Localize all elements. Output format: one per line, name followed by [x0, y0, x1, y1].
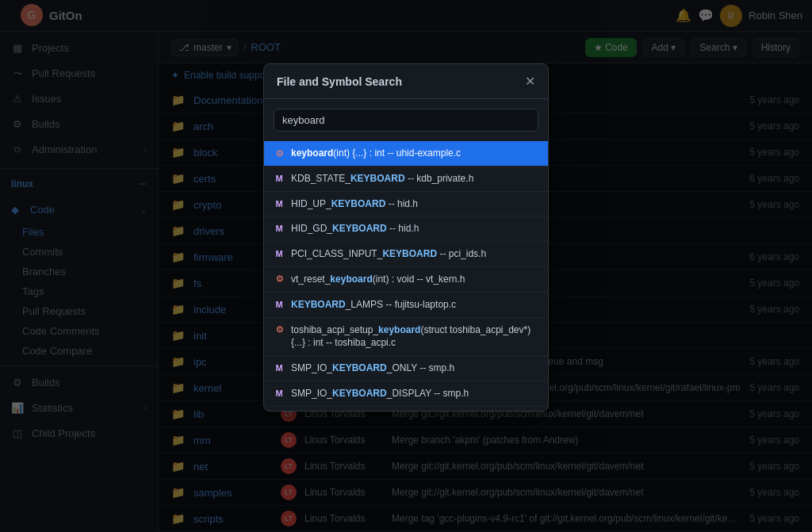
- result-text: toshiba_acpi_setup_keyboard(struct toshi…: [291, 323, 538, 350]
- result-text: SMP_IO_KEYBOARD_ONLY -- smp.h: [291, 362, 454, 375]
- result-match: KEYBOARD: [291, 299, 346, 310]
- result-prefix: HID_GD_: [291, 223, 332, 234]
- result-suffix: -- kdb_private.h: [405, 173, 474, 184]
- result-type-icon: M: [274, 362, 285, 373]
- app-root: G GitOn 🔔 💬 R Robin Shen ▦ Projects ⤳ Pu…: [0, 0, 812, 532]
- file-symbol-search-modal: File and Symbol Search ✕ ⊙ keyboard(int)…: [263, 63, 549, 411]
- result-suffix: (int) : void -- vt_kern.h: [373, 274, 465, 285]
- result-type-icon: ⊙: [274, 147, 285, 159]
- modal-search-container: [264, 99, 548, 141]
- modal-results: ⊙ keyboard(int) {...} : int -- uhid-exam…: [264, 141, 548, 411]
- result-suffix: _ONLY -- smp.h: [387, 362, 455, 373]
- result-match: keyboard: [378, 324, 420, 335]
- list-item[interactable]: ⊙ keyboard(int) {...} : int -- uhid-exam…: [264, 141, 548, 166]
- list-item[interactable]: M KDB_STATE_KEYBOARD -- kdb_private.h: [264, 166, 548, 192]
- list-item[interactable]: ⊙ toshiba_acpi_setup_keyboard(struct tos…: [264, 318, 548, 357]
- result-match: KEYBOARD: [332, 362, 387, 373]
- modal-overlay: File and Symbol Search ✕ ⊙ keyboard(int)…: [0, 0, 812, 532]
- result-text: HID_UP_KEYBOARD -- hid.h: [291, 197, 418, 211]
- result-prefix: SMP_IO_: [291, 388, 332, 399]
- result-prefix: HID_UP_: [291, 198, 331, 209]
- result-match: KEYBOARD: [331, 198, 386, 209]
- result-text: KEYBOARD_LAMPS -- fujitsu-laptop.c: [291, 298, 456, 312]
- result-prefix: toshiba_acpi_setup_: [291, 324, 378, 335]
- result-suffix: _LAMPS -- fujitsu-laptop.c: [346, 299, 456, 310]
- result-type-icon: M: [274, 248, 285, 259]
- result-prefix: SMP_IO_: [291, 362, 332, 373]
- result-match: KEYBOARD: [350, 173, 405, 184]
- result-prefix: KDB_STATE_: [291, 173, 350, 184]
- list-item[interactable]: ⊙ vt_reset_keyboard(int) : void -- vt_ke…: [264, 267, 548, 293]
- result-suffix: (int) {...} : int -- uhid-example.c: [333, 147, 461, 159]
- result-suffix: _DISPLAY -- smp.h: [387, 388, 469, 399]
- result-suffix: -- pci_ids.h: [437, 248, 486, 259]
- result-type-icon: M: [274, 299, 285, 310]
- result-type-icon: M: [274, 198, 285, 209]
- modal-header: File and Symbol Search ✕: [264, 64, 548, 99]
- result-type-icon: M: [274, 388, 285, 399]
- result-suffix: -- hid.h: [385, 198, 418, 209]
- modal-close-button[interactable]: ✕: [525, 74, 535, 89]
- list-item[interactable]: M HID_UP_KEYBOARD -- hid.h: [264, 192, 548, 217]
- list-item[interactable]: M HCI_IO_KEYBOARD_ONLY -- hci.h: [264, 407, 548, 411]
- result-prefix: vt_reset_: [291, 274, 330, 285]
- result-text: keyboard(int) {...} : int -- uhid-exampl…: [291, 147, 461, 160]
- result-suffix: -- hid.h: [387, 223, 419, 234]
- list-item[interactable]: M SMP_IO_KEYBOARD_ONLY -- smp.h: [264, 356, 548, 381]
- result-text: KDB_STATE_KEYBOARD -- kdb_private.h: [291, 172, 473, 186]
- result-match: KEYBOARD: [332, 223, 387, 234]
- result-match: keyboard: [291, 147, 333, 159]
- result-type-icon: M: [274, 173, 285, 184]
- result-type-icon: M: [274, 223, 285, 234]
- result-text: vt_reset_keyboard(int) : void -- vt_kern…: [291, 273, 465, 286]
- list-item[interactable]: M HID_GD_KEYBOARD -- hid.h: [264, 216, 548, 242]
- result-match: keyboard: [330, 274, 372, 285]
- modal-title: File and Symbol Search: [277, 75, 402, 88]
- list-item[interactable]: M PCI_CLASS_INPUT_KEYBOARD -- pci_ids.h: [264, 242, 548, 267]
- result-type-icon: ⊙: [274, 324, 285, 335]
- result-text: HID_GD_KEYBOARD -- hid.h: [291, 222, 419, 235]
- result-prefix: PCI_CLASS_INPUT_: [291, 248, 382, 259]
- list-item[interactable]: M SMP_IO_KEYBOARD_DISPLAY -- smp.h: [264, 381, 548, 407]
- result-text: SMP_IO_KEYBOARD_DISPLAY -- smp.h: [291, 387, 469, 400]
- result-match: KEYBOARD: [332, 388, 387, 399]
- result-text: PCI_CLASS_INPUT_KEYBOARD -- pci_ids.h: [291, 247, 486, 261]
- list-item[interactable]: M KEYBOARD_LAMPS -- fujitsu-laptop.c: [264, 293, 548, 318]
- modal-search-input[interactable]: [274, 109, 538, 132]
- result-match: KEYBOARD: [382, 248, 437, 259]
- result-type-icon: ⊙: [274, 274, 285, 285]
